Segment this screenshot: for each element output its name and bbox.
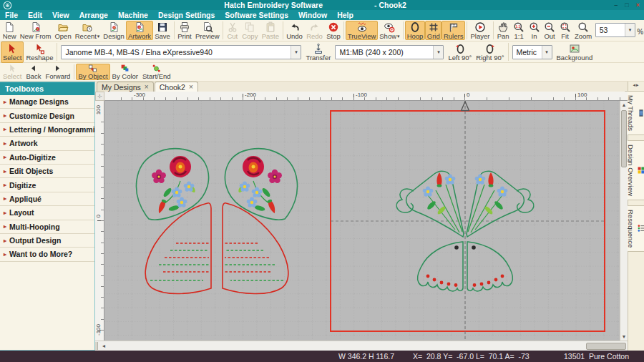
toolbar-button-stop[interactable]: Stop [325, 21, 343, 40]
toolbar-button-print[interactable]: Print [176, 21, 194, 40]
toolbox-item-lettering-monogramming[interactable]: ▸Lettering / Monogramming [0, 123, 94, 137]
panel-tab-my-threads[interactable]: My Threads [625, 91, 644, 135]
restore-button[interactable]: □ [625, 1, 628, 10]
toolbar-button-back[interactable]: Back [24, 64, 43, 80]
menu-software-settings[interactable]: Software Settings [220, 10, 293, 20]
toolbox-item-want-to-do-more[interactable]: ▸Want to do More? [0, 248, 94, 261]
vertical-scrollbar-thumb[interactable] [621, 110, 627, 167]
toolbar-button-1-1[interactable]: 1:11:1 [511, 21, 526, 40]
toolbar-button-in[interactable]: In [527, 21, 542, 40]
toolbar-button-new-from[interactable]: New From [18, 21, 52, 40]
ruler-label: 100 [95, 105, 102, 114]
toolbox-item-artwork[interactable]: ▸Artwork [0, 137, 94, 150]
toolbar-button-label: Forward [46, 73, 71, 80]
toolbar-button-rulers[interactable]: Rulers [441, 21, 465, 40]
toolbar-button-forward[interactable]: Forward [44, 64, 73, 80]
toolbar-button-hoop[interactable]: Hoop [405, 21, 425, 40]
toolbar-button-undo[interactable]: Undo [285, 21, 305, 40]
toolbar-button-trueview[interactable]: TrueView [346, 21, 377, 40]
menu-view[interactable]: View [47, 10, 74, 20]
toolbox-item-output-design[interactable]: ▸Output Design [0, 234, 94, 248]
toolbox-item-layout[interactable]: ▸Layout [0, 206, 94, 220]
vertical-scrollbar[interactable]: ▲ ▼ [620, 101, 628, 341]
menu-arrange[interactable]: Arrange [74, 10, 113, 20]
chevron-down-icon[interactable]: ▾ [291, 46, 301, 59]
units-combobox[interactable]: Metric ▾ [512, 45, 552, 59]
hoop-combobox[interactable]: M1:MB (240 x 200) ▾ [335, 45, 444, 59]
splitter-grip[interactable] [95, 342, 98, 350]
toolbar-separator [343, 21, 344, 39]
zoom-level-combobox[interactable]: 53▾ [595, 23, 635, 37]
menu-file[interactable]: File [0, 10, 23, 20]
select-tool-button[interactable]: Select [1, 41, 24, 63]
panel-nav-arrows[interactable]: ◂▸ [633, 82, 639, 88]
chevron-down-icon[interactable]: ▾ [625, 24, 635, 36]
toolbox-item-edit-objects[interactable]: ▸Edit Objects [0, 165, 94, 178]
toolbox-item-customize-design[interactable]: ▸Customize Design [0, 109, 94, 122]
rotate-left-90-button[interactable]: Left 90° [446, 41, 474, 63]
chevron-right-icon: ▸ [4, 210, 6, 216]
menu-machine[interactable]: Machine [113, 10, 153, 20]
toolbar-button-by-object[interactable]: By Object [76, 64, 109, 80]
toolbox-item-auto-digitize[interactable]: ▸Auto-Digitize [0, 151, 94, 165]
close-button[interactable]: × [636, 1, 640, 10]
panel-tab-design-overview[interactable]: Design Overview [625, 140, 644, 200]
toolbar-button-by-color[interactable]: By Color [110, 64, 140, 80]
toolbox-item-multi-hooping[interactable]: ▸Multi-Hooping [0, 220, 94, 234]
minimize-button[interactable]: – [614, 1, 618, 10]
tab-chook2[interactable]: Chook2× [155, 82, 198, 92]
toolbar-separator [283, 21, 283, 39]
close-tab-icon[interactable]: × [189, 84, 193, 91]
toolbar-button-zoom[interactable]: Zoom [572, 21, 594, 40]
toolbar-button-label: Stop [326, 33, 341, 40]
menu-edit[interactable]: Edit [23, 10, 47, 20]
toolbar-button-fit[interactable]: Fit [557, 21, 572, 40]
toolbox-item-manage-designs[interactable]: ▸Manage Designs [0, 95, 94, 109]
toolbar-button-player[interactable]: Player [469, 21, 492, 40]
toolbar-button-grid[interactable]: Grid [425, 21, 441, 40]
chevron-down-icon[interactable]: ▾ [433, 46, 443, 59]
undo-icon [289, 21, 301, 33]
toolbar-button-label: By Color [112, 73, 138, 80]
rotate-right-90-button[interactable]: Right 90° [474, 41, 506, 63]
toolbar-button-recent[interactable]: Recent▾ [73, 21, 102, 40]
toolbar-button-start-end[interactable]: Start/End [140, 64, 173, 80]
scroll-left-icon[interactable]: ◂ [99, 341, 108, 351]
toolbar-button-preview[interactable]: Preview [193, 21, 221, 40]
toolbar-button-artwork[interactable]: Artwork [126, 21, 152, 40]
close-tab-icon[interactable]: × [145, 84, 149, 91]
machine-combobox[interactable]: Janome MB-4, MB-4S / Elna eXpressive940 … [61, 45, 301, 59]
background-button[interactable]: Background [555, 41, 595, 63]
toolbar-separator [74, 64, 74, 79]
toolbar-button-open[interactable]: Open [53, 21, 74, 40]
reshape-tool-button[interactable]: Reshape [24, 41, 55, 63]
menu-design-settings[interactable]: Design Settings [153, 10, 220, 20]
scroll-up-icon[interactable]: ▲ [620, 101, 628, 109]
toolbar-button-out[interactable]: Out [542, 21, 557, 40]
toolbar-button-design[interactable]: Design [102, 21, 127, 40]
scroll-down-icon[interactable]: ▼ [620, 333, 628, 341]
menu-help[interactable]: Help [332, 10, 358, 20]
tab-my-designs[interactable]: My Designs× [97, 82, 154, 92]
toolbar-button-label: Undo [286, 33, 303, 40]
transfer-button[interactable]: Transfer [303, 41, 333, 63]
toolbox-item-digitize[interactable]: ▸Digitize [0, 178, 94, 192]
design-canvas[interactable] [104, 101, 620, 341]
recent-icon [82, 21, 93, 33]
horizontal-scrollbar-thumb[interactable] [586, 343, 626, 350]
horizontal-scrollbar[interactable]: ◂ [95, 341, 628, 351]
app-logo-icon [3, 1, 12, 10]
chevron-down-icon[interactable]: ▾ [542, 46, 552, 59]
chevron-right-icon: ▸ [4, 195, 6, 202]
panel-tab-resequence[interactable]: Resequence [625, 205, 644, 252]
toolbox-item-appliqu[interactable]: ▸Appliqué [0, 192, 94, 206]
zoom-level-value: 53 [600, 26, 625, 34]
toolbar-button-show[interactable]: Show▾ [378, 21, 401, 40]
toolbar-button-new[interactable]: New [1, 21, 18, 40]
menu-window[interactable]: Window [293, 10, 332, 20]
toolbar-button-save[interactable]: Save [153, 21, 172, 40]
chevron-right-icon: ▸ [4, 112, 6, 119]
chevron-right-icon: ▸ [4, 140, 6, 147]
toolbar-button-pan[interactable]: Pan [495, 21, 511, 40]
open-icon [57, 21, 69, 33]
